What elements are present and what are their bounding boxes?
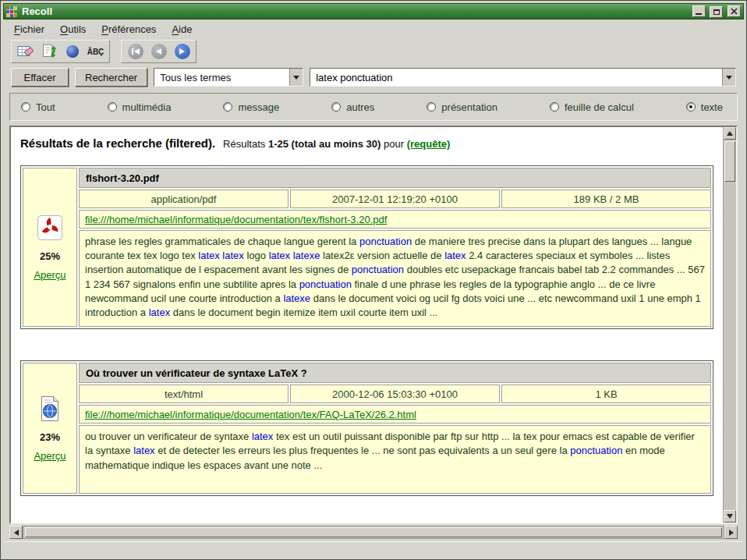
recoll-window: Recoll Fichier Outils Préférences Aide xyxy=(0,0,747,560)
result-url-link[interactable]: file:///home/michael/informatique/docume… xyxy=(85,409,416,420)
pdf-file-icon xyxy=(37,214,63,243)
menubar: Fichier Outils Préférences Aide xyxy=(3,19,744,38)
window-title: Recoll xyxy=(22,5,691,17)
menu-preferences[interactable]: Préférences xyxy=(95,21,162,37)
search-mode-value: Tous les termes xyxy=(154,69,289,86)
scroll-down-button[interactable] xyxy=(724,510,736,523)
results-label: Résultats xyxy=(223,138,265,150)
toolbar: ÂBÇ xyxy=(3,38,744,65)
radio-icon[interactable] xyxy=(331,102,341,112)
previous-page-icon xyxy=(151,44,167,59)
statusbar xyxy=(3,541,744,557)
doc-type-filterbox: Tout multimédia message autres présentat… xyxy=(9,93,738,121)
filter-autres[interactable]: autres xyxy=(331,101,374,113)
filter-presentation[interactable]: présentation xyxy=(427,101,497,113)
results-panel: Résultats de la recherche (filtered).Rés… xyxy=(9,126,738,524)
scroll-left-button[interactable] xyxy=(9,526,23,539)
window-controls xyxy=(691,5,741,18)
maximize-button[interactable] xyxy=(710,6,723,18)
menu-aide[interactable]: Aide xyxy=(165,21,198,37)
horizontal-scroll-track[interactable] xyxy=(23,526,724,539)
results-title: Résultats de la recherche (filtered). xyxy=(20,136,215,150)
clear-search-icon xyxy=(17,44,34,59)
html-file-icon xyxy=(37,395,62,424)
previous-page-button[interactable] xyxy=(148,42,169,61)
search-row: Effacer Rechercher Tous les termes xyxy=(3,65,744,91)
result-mime-type: text/html xyxy=(79,385,289,403)
vertical-scroll-thumb[interactable] xyxy=(724,141,735,182)
radio-icon[interactable] xyxy=(686,102,696,112)
results-range: 1-25 (total au moins 30) xyxy=(268,138,381,150)
menu-fichier[interactable]: Fichier xyxy=(8,21,51,37)
minimize-icon xyxy=(696,13,702,15)
minimize-button[interactable] xyxy=(692,5,706,17)
close-icon xyxy=(731,8,738,15)
relevance-percent: 23% xyxy=(40,431,60,443)
query-details-icon xyxy=(65,44,80,59)
query-details-link[interactable]: (requête) xyxy=(407,138,451,150)
chevron-down-icon xyxy=(726,76,732,80)
result-size: 1 KB xyxy=(501,385,711,403)
query-combobox[interactable] xyxy=(310,68,736,87)
filter-tout[interactable]: Tout xyxy=(21,101,55,113)
next-page-button[interactable] xyxy=(172,42,193,61)
scroll-right-button[interactable] xyxy=(724,526,738,539)
horizontal-scrollbar[interactable] xyxy=(9,526,738,539)
horizontal-scroll-thumb[interactable] xyxy=(25,527,722,537)
result-size: 189 KB / 2 MB xyxy=(501,190,711,208)
titlebar[interactable]: Recoll xyxy=(3,3,744,19)
arrow-down-icon xyxy=(727,514,733,519)
query-input[interactable] xyxy=(310,69,722,86)
results-list: Résultats de la recherche (filtered).Rés… xyxy=(11,127,723,523)
radio-icon[interactable] xyxy=(550,102,559,112)
result-snippet: phrase les regles grammaticales de chaqu… xyxy=(79,230,711,327)
term-explorer-icon: ÂBÇ xyxy=(87,48,104,56)
chevron-down-icon xyxy=(293,76,299,80)
result-url-row: file:///home/michael/informatique/docume… xyxy=(79,405,711,424)
clear-button[interactable]: Effacer xyxy=(11,68,69,87)
update-index-icon xyxy=(41,44,57,59)
vertical-scrollbar[interactable] xyxy=(723,127,736,523)
arrow-right-icon xyxy=(729,530,734,536)
result-2-left-panel: 23% Aperçu xyxy=(23,363,77,494)
toolbar-group-tools: ÂBÇ xyxy=(11,40,110,63)
first-page-icon xyxy=(128,44,143,59)
results-header: Résultats de la recherche (filtered).Rés… xyxy=(20,136,713,150)
arrow-up-icon xyxy=(727,131,733,136)
query-details-button[interactable] xyxy=(62,42,83,61)
result-item-1: 25% Aperçu flshort-3.20.pdf application/… xyxy=(20,165,713,329)
update-index-button[interactable] xyxy=(38,42,59,61)
filter-message[interactable]: message xyxy=(223,101,279,113)
preview-link[interactable]: Aperçu xyxy=(34,450,65,462)
query-history-dropdown-button[interactable] xyxy=(722,69,735,86)
recoll-app-icon xyxy=(6,6,17,17)
search-mode-dropdown-button[interactable] xyxy=(289,69,303,86)
radio-icon[interactable] xyxy=(427,102,436,112)
maximize-icon xyxy=(713,9,720,15)
next-page-icon xyxy=(175,44,190,59)
clear-search-button[interactable] xyxy=(15,42,36,61)
result-url-link[interactable]: file:///home/michael/informatique/docume… xyxy=(85,214,387,225)
results-pour: pour xyxy=(384,138,404,150)
result-date: 2007-12-01 12:19:20 +0100 xyxy=(290,190,500,208)
toolbar-group-pages xyxy=(121,40,196,63)
result-meta-row: application/pdf 2007-12-01 12:19:20 +010… xyxy=(79,190,711,208)
result-url-row: file:///home/michael/informatique/docume… xyxy=(79,210,711,229)
menu-outils[interactable]: Outils xyxy=(54,21,92,37)
preview-link[interactable]: Aperçu xyxy=(34,269,65,281)
search-mode-select[interactable]: Tous les termes xyxy=(154,68,303,87)
close-button[interactable] xyxy=(728,5,741,17)
result-snippet: ou trouver un verificateur de syntaxe la… xyxy=(79,425,711,494)
filter-multimedia[interactable]: multimédia xyxy=(108,101,172,113)
term-explorer-button[interactable]: ÂBÇ xyxy=(85,42,106,61)
filter-feuille-de-calcul[interactable]: feuille de calcul xyxy=(550,101,634,113)
scroll-up-button[interactable] xyxy=(724,127,736,140)
vertical-scroll-track[interactable] xyxy=(724,140,736,510)
search-button[interactable]: Rechercher xyxy=(75,68,147,87)
result-1-left-panel: 25% Aperçu xyxy=(23,168,77,327)
first-page-button[interactable] xyxy=(125,42,146,61)
radio-icon[interactable] xyxy=(21,102,30,112)
radio-icon[interactable] xyxy=(223,102,232,112)
radio-icon[interactable] xyxy=(108,102,117,112)
filter-texte[interactable]: texte xyxy=(686,101,723,113)
